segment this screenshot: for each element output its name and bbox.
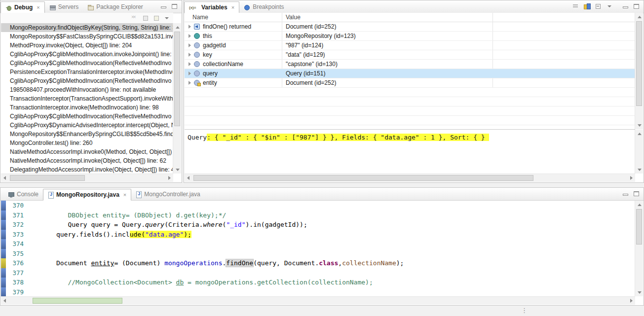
stack-frame[interactable]: NativeMethodAccessorImpl.invoke(Object, … (1, 156, 173, 165)
code-line[interactable]: 370 (1, 201, 635, 211)
editor-vertical-scrollbar[interactable] (635, 201, 643, 296)
variable-row[interactable]: queryQuery (id=151) (185, 69, 635, 78)
minimize-icon[interactable] (160, 3, 167, 9)
return-value-icon (194, 24, 200, 30)
collapse-all-icon[interactable] (595, 3, 602, 9)
show-type-names-icon[interactable] (572, 3, 579, 9)
stack-frame[interactable]: DelegatingMethodAccessorImpl.invoke(Obje… (1, 165, 173, 174)
expand-arrow-icon[interactable] (189, 53, 191, 57)
tab-variables[interactable]: Variables (184, 1, 239, 13)
maximize-icon[interactable] (633, 3, 640, 9)
scroll-left-icon[interactable] (185, 174, 192, 182)
debug-view-tabbar: Debug Servers Package Explorer (0, 0, 182, 13)
scroll-down-icon[interactable] (173, 166, 181, 174)
resize-grip[interactable]: ⋮ (521, 307, 528, 314)
stack-frame[interactable]: CglibAopProxy$CglibMethodInvocation(Refl… (1, 76, 173, 85)
stack-horizontal-scrollbar[interactable] (1, 174, 173, 182)
close-icon[interactable] (37, 4, 39, 10)
stack-frame[interactable]: CglibAopProxy$CglibMethodInvocation.invo… (1, 50, 173, 59)
stack-frame[interactable]: MongoRepository$$EnhancerBySpringCGLIB$$… (1, 130, 173, 139)
code-line[interactable]: 374 (1, 239, 635, 249)
scroll-thumb[interactable] (636, 21, 642, 106)
stack-frame[interactable]: 1985088407.proceedWithInvocation() line:… (1, 85, 173, 94)
code-line[interactable]: 371 DBObject entity= (DBObject) d.get(ke… (1, 211, 635, 220)
code-line[interactable]: 372 Query query = Query.query(Criteria.w… (1, 220, 635, 230)
tab-console[interactable]: Console (3, 188, 43, 200)
minimize-icon[interactable] (622, 190, 629, 197)
variable-row[interactable]: entityDocument (id=252) (185, 78, 635, 88)
variable-row[interactable]: gadgetId"987" (id=124) (185, 41, 635, 50)
line-number: 379 (6, 287, 27, 297)
remove-all-terminated-icon[interactable] (131, 15, 138, 21)
variables-icon (189, 4, 199, 11)
stack-vertical-scrollbar[interactable] (173, 23, 181, 174)
scroll-thumb[interactable] (193, 175, 533, 181)
code-editor[interactable]: 370371 DBObject entity= (DBObject) d.get… (1, 201, 635, 296)
scroll-left-icon[interactable] (1, 174, 9, 182)
maximize-icon[interactable] (171, 3, 178, 9)
stack-frame[interactable]: MongoRepository$$FastClassBySpringCGLIB$… (1, 32, 173, 41)
expand-arrow-icon[interactable] (189, 25, 191, 29)
stack-frame[interactable]: MongoRepository.findObjectByKey(String, … (1, 23, 173, 32)
column-header-value[interactable]: Value (286, 14, 301, 21)
editor-horizontal-scrollbar[interactable] (1, 296, 635, 305)
stack-frame[interactable]: PersistenceExceptionTranslationIntercept… (1, 68, 173, 76)
scroll-down-icon[interactable] (635, 166, 643, 174)
variables-table-header[interactable]: Name Value (185, 13, 635, 22)
stack-frame[interactable]: TransactionInterceptor.invoke(MethodInvo… (1, 103, 173, 112)
scroll-thumb[interactable] (33, 298, 122, 304)
code-line[interactable]: 379 (1, 287, 635, 297)
variables-vertical-scrollbar[interactable] (635, 13, 643, 129)
stack-frame[interactable]: CglibAopProxy$CglibMethodInvocation(Refl… (1, 112, 173, 121)
stack-frame[interactable]: CglibAopProxy$CglibMethodInvocation(Refl… (1, 59, 173, 68)
expand-arrow-icon[interactable] (189, 34, 191, 38)
tab-debug[interactable]: Debug (0, 1, 45, 13)
scroll-left-icon[interactable] (1, 297, 9, 305)
line-number: 378 (6, 278, 27, 287)
scroll-down-icon[interactable] (635, 288, 643, 296)
code-line[interactable]: 377 (1, 268, 635, 278)
close-icon[interactable] (123, 192, 126, 198)
stack-frame[interactable]: CglibAopProxy$DynamicAdvisedInterceptor.… (1, 121, 173, 130)
scroll-thumb[interactable] (636, 209, 642, 245)
stack-frame[interactable]: NativeMethodAccessorImpl.invoke0(Method,… (1, 147, 173, 156)
view-menu-icon[interactable] (606, 3, 613, 9)
scroll-thumb[interactable] (174, 32, 180, 126)
scroll-thumb[interactable] (10, 175, 85, 181)
expand-arrow-icon[interactable] (189, 43, 191, 47)
stack-frame[interactable]: MethodProxy.invoke(Object, Object[]) lin… (1, 41, 173, 50)
tab-package-explorer[interactable]: Package Explorer (83, 1, 148, 13)
scroll-right-icon[interactable] (627, 297, 635, 305)
variable-row[interactable]: key"data" (id=129) (185, 50, 635, 60)
code-line[interactable]: 373 query.fields().include("data.age"); (1, 230, 635, 240)
expand-arrow-icon[interactable] (189, 62, 191, 66)
tab-breakpoints[interactable]: Breakpoints (239, 1, 288, 13)
show-logical-structure-icon[interactable] (584, 3, 590, 9)
tab-mongocontroller-java[interactable]: MongoController.java (131, 188, 204, 200)
variable-detail-pane[interactable]: Query: { "_id" : { "$in" : ["987"] } }, … (185, 129, 635, 174)
code-line[interactable]: 375 (1, 249, 635, 259)
tab-servers[interactable]: Servers (45, 1, 83, 13)
maximize-icon[interactable] (633, 190, 640, 197)
variable-row[interactable]: thisMongoRepository (id=123) (185, 32, 635, 41)
stack-frame[interactable]: TransactionInterceptor(TransactionAspect… (1, 94, 173, 103)
scroll-down-icon[interactable] (635, 121, 643, 129)
scroll-right-icon[interactable] (627, 174, 635, 182)
variable-row[interactable]: findOne() returnedDocument (id=252) (185, 22, 635, 32)
expand-arrow-icon[interactable] (189, 81, 191, 85)
code-line[interactable]: 376 Document entity= (Document) mongoOpe… (1, 258, 635, 268)
stack-frame[interactable]: MongoController.test() line: 260 (1, 139, 173, 147)
close-icon[interactable] (231, 4, 234, 10)
drop-to-frame-icon[interactable] (142, 15, 149, 21)
detail-vertical-scrollbar[interactable] (635, 130, 643, 174)
view-menu-icon[interactable] (164, 15, 170, 21)
minimize-icon[interactable] (622, 3, 629, 9)
tab-mongorepository-java[interactable]: MongoRepository.java (43, 189, 131, 201)
variables-horizontal-scrollbar[interactable] (185, 174, 635, 182)
variable-row[interactable]: collectionName"capstone" (id=130) (185, 60, 635, 69)
expand-arrow-icon[interactable] (189, 71, 191, 75)
column-header-name[interactable]: Name (192, 14, 208, 21)
code-line[interactable]: 378 //MongoCollection<Document> db = mon… (1, 278, 635, 287)
scroll-right-icon[interactable] (165, 174, 173, 182)
use-step-filters-icon[interactable] (153, 15, 159, 21)
